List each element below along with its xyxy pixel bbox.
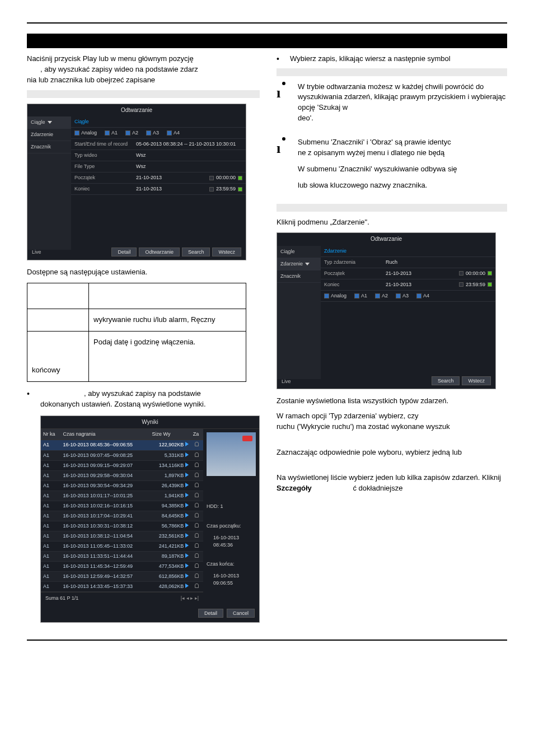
- play-icon[interactable]: [185, 553, 189, 558]
- cell-lock[interactable]: [191, 460, 203, 470]
- table-row[interactable]: A116-10-2013 10:02:16--10:16:1594,385KB: [41, 501, 203, 511]
- s3-end-date[interactable]: 21-10-2013: [386, 281, 411, 288]
- table-row[interactable]: A116-10-2013 11:45:34--12:59:49477,534KB: [41, 562, 203, 572]
- pager[interactable]: |◂ ◂ ▸ ▸|: [181, 595, 199, 602]
- play-icon[interactable]: [185, 452, 189, 457]
- s3-a2[interactable]: A2: [375, 292, 388, 300]
- play-icon[interactable]: [185, 573, 189, 578]
- cell-lock[interactable]: [191, 572, 203, 582]
- play-icon[interactable]: [185, 483, 189, 487]
- search-button[interactable]: Search: [182, 248, 210, 256]
- cell-lock[interactable]: [191, 511, 203, 521]
- cell-lock[interactable]: [191, 541, 203, 551]
- cancel-button[interactable]: Cancel: [227, 609, 255, 618]
- play-icon[interactable]: [185, 523, 189, 528]
- calendar-icon[interactable]: [209, 187, 214, 192]
- start-time[interactable]: 00:00:00: [216, 174, 236, 181]
- cell-size: 428,062KB: [150, 582, 191, 592]
- end-time[interactable]: 23:59:59: [216, 185, 236, 193]
- sidebar-item-ciagle[interactable]: Ciągle: [27, 116, 71, 129]
- play-icon[interactable]: [185, 503, 189, 507]
- cell-lock[interactable]: [191, 480, 203, 491]
- end-date[interactable]: 21-10-2013: [136, 185, 162, 193]
- info1-a: W trybie odtwarzania możesz w każdej chw…: [298, 82, 505, 112]
- s3-a4[interactable]: A4: [416, 292, 429, 300]
- clock-icon[interactable]: [238, 176, 242, 180]
- cell-lock[interactable]: [191, 491, 203, 501]
- play-icon[interactable]: [185, 463, 189, 467]
- play-icon[interactable]: [185, 473, 189, 477]
- col-size[interactable]: Size Wy: [150, 429, 191, 440]
- calendar-icon[interactable]: [209, 176, 214, 180]
- s3-back-button[interactable]: Wstecz: [462, 376, 491, 385]
- detail-button[interactable]: Detail: [111, 248, 137, 256]
- shot3-tab[interactable]: Zdarzenie: [321, 246, 495, 257]
- table-row[interactable]: A116-10-2013 11:33:51--11:44:4489,187KB: [41, 551, 203, 561]
- chk-a2[interactable]: A2: [125, 129, 138, 137]
- play-icon[interactable]: [185, 584, 189, 588]
- back-button[interactable]: Wstecz: [212, 248, 241, 256]
- play-icon[interactable]: [185, 513, 189, 517]
- s3-start-time[interactable]: 00:00:00: [466, 270, 485, 277]
- table-row[interactable]: A116-10-2013 10:17:04--10:29:4184,645KB: [41, 511, 203, 521]
- s3-start-date[interactable]: 21-10-2013: [386, 270, 411, 277]
- cell-lock[interactable]: [191, 562, 203, 572]
- cell-lock[interactable]: [191, 531, 203, 541]
- col-lock[interactable]: Za: [191, 429, 203, 440]
- shot1-tab-ciagle[interactable]: Ciągle: [71, 116, 246, 128]
- evtype-val[interactable]: Ruch: [386, 259, 492, 266]
- play-icon[interactable]: [185, 563, 189, 568]
- s3-end-time[interactable]: 23:59:59: [466, 281, 485, 288]
- analog-checkbox[interactable]: Analog: [74, 129, 97, 137]
- cell-lock[interactable]: [191, 551, 203, 561]
- table-row[interactable]: A116-10-2013 14:33:45--15:37:33428,062KB: [41, 582, 203, 592]
- table-row[interactable]: A116-10-2013 09:30:54--09:34:2926,439KB: [41, 480, 203, 491]
- clock-icon[interactable]: [488, 271, 492, 276]
- table-row[interactable]: A116-10-2013 09:29:58--09:30:041,897KB: [41, 470, 203, 480]
- sidebar-item-znacznik[interactable]: Znacznik: [27, 141, 71, 153]
- calendar-icon[interactable]: [459, 271, 463, 276]
- table-row[interactable]: A116-10-2013 10:30:31--10:38:1256,786KB: [41, 521, 203, 531]
- s3-search-button[interactable]: Search: [432, 376, 460, 385]
- table-row[interactable]: A116-10-2013 12:59:49--14:32:57612,856KB: [41, 572, 203, 582]
- cell-lock[interactable]: [191, 582, 203, 592]
- after-shot3: Zostanie wyświetlona lista wszystkich ty…: [277, 396, 507, 407]
- cell-lock[interactable]: [191, 521, 203, 531]
- play-icon[interactable]: [185, 442, 189, 446]
- s3-analog[interactable]: Analog: [324, 292, 346, 300]
- cell-lock[interactable]: [191, 501, 203, 511]
- col-time[interactable]: Czas nagrania: [60, 429, 149, 440]
- type-value[interactable]: Wsz: [136, 152, 242, 159]
- table-row[interactable]: A116-10-2013 10:01:17--10:01:251,941KB: [41, 491, 203, 501]
- play-icon[interactable]: [185, 543, 189, 548]
- start-date[interactable]: 21-10-2013: [136, 174, 162, 181]
- col-cam[interactable]: Nr ka: [41, 429, 60, 440]
- right-column: • Wybierz zapis, klikając wiersz a nastę…: [277, 54, 507, 623]
- chk-a4[interactable]: A4: [167, 129, 180, 137]
- table-row[interactable]: A116-10-2013 11:05:45--11:33:02241,421KB: [41, 541, 203, 551]
- cell-lock[interactable]: [191, 440, 203, 450]
- side3-zdarzenie[interactable]: Zdarzenie: [277, 258, 321, 270]
- play-icon[interactable]: [185, 493, 189, 497]
- s3-a3[interactable]: A3: [396, 292, 409, 300]
- table-row[interactable]: A116-10-2013 08:45:36--09:06:55122,902KB: [41, 440, 203, 450]
- lock-icon: [195, 463, 199, 467]
- chk-a3[interactable]: A3: [146, 129, 159, 137]
- table-row[interactable]: A116-10-2013 09:07:45--09:08:255,331KB: [41, 450, 203, 460]
- detail-button2[interactable]: Detail: [198, 609, 223, 618]
- side3-ciagle[interactable]: Ciągle: [277, 246, 321, 258]
- s3-a1[interactable]: A1: [354, 292, 367, 300]
- clock-icon[interactable]: [488, 282, 492, 287]
- side3-znacznik[interactable]: Znacznik: [277, 270, 321, 283]
- play-icon[interactable]: [185, 533, 189, 538]
- table-row[interactable]: A116-10-2013 10:38:12--11:04:54232,561KB: [41, 531, 203, 541]
- cell-lock[interactable]: [191, 470, 203, 480]
- sidebar-item-zdarzenie[interactable]: Zdarzenie: [27, 129, 71, 141]
- filetype-value[interactable]: Wsz: [136, 163, 242, 170]
- chk-a1[interactable]: A1: [105, 129, 118, 137]
- playback-button[interactable]: Odtwarzanie: [139, 248, 180, 256]
- clock-icon[interactable]: [238, 187, 242, 192]
- table-row[interactable]: A116-10-2013 09:09:15--09:29:07134,116KB: [41, 460, 203, 470]
- cell-lock[interactable]: [191, 450, 203, 460]
- calendar-icon[interactable]: [459, 282, 463, 287]
